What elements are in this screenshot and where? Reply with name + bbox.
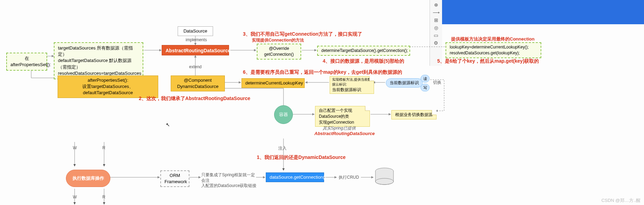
edge-label-implements: implements xyxy=(186,37,207,42)
text: 实现模板方法,提供当前数据云标识: xyxy=(332,77,372,87)
tool-icon[interactable]: ◎ xyxy=(434,25,438,30)
text: 实现getConnection xyxy=(319,119,366,125)
text: resolvedDataSources.get(lookupKey); xyxy=(450,50,537,56)
text: 执行数据库操作 xyxy=(73,175,104,181)
tool-icon[interactable]: ⊞ xyxy=(434,17,438,23)
side-panel xyxy=(442,0,644,24)
red-note-3a: 3、我们不用自己写getConnection方法了，接口实现了 xyxy=(243,31,362,37)
node-right-note: lookupKey=determineCurrentLookupKey(); r… xyxy=(446,42,541,58)
text: DataSource的类 xyxy=(319,114,366,119)
note-spring-l1: 其实Spring已提供 xyxy=(323,125,356,131)
node-lookupkey: determineCurrentLookupKey xyxy=(242,78,305,88)
label-r2: R xyxy=(102,195,105,199)
text: 当前数据源标识 xyxy=(390,80,419,85)
tool-icon[interactable]: ⊕ xyxy=(434,2,438,8)
label-w: W xyxy=(73,145,77,150)
tool-icon[interactable]: ⚙ xyxy=(434,40,438,46)
label-exec-crud: 执行CRUD xyxy=(339,175,359,180)
node-afterprops-label: 在afterPropertiesSet(): xyxy=(6,53,47,71)
node-override: @Override getConnection() xyxy=(257,44,301,60)
text: 容器 xyxy=(279,112,288,118)
watermark: CSDN @郑…方..醒 xyxy=(601,197,641,204)
mouse-cursor-icon: ↖ xyxy=(166,122,170,127)
text: 在afterPropertiesSet(): xyxy=(10,56,51,67)
edge-label-extend: extend xyxy=(189,64,202,69)
note-orm: 只要集成了Spring框架就一定会注 入配置的DataSource获取链接 xyxy=(201,172,257,189)
badge-write: 写 xyxy=(421,84,430,91)
text: determineTargetDataSource().getConnectio… xyxy=(321,48,408,53)
text: 根据业务切换数据源 xyxy=(395,112,433,117)
node-datasource: DataSource xyxy=(178,26,213,36)
label-w2: W xyxy=(73,195,77,199)
text: AbstractRoutingDataSource xyxy=(166,48,230,53)
node-container: 容器 xyxy=(274,105,293,124)
red-note-4: 4、接口的数据源，是用模版(5)那给的 xyxy=(323,58,404,64)
text: 自己配置一个实现 xyxy=(319,108,366,114)
red-note-5: 5、是6给了个key，然后从map.get(key)获取的 xyxy=(437,58,539,64)
node-exec-db: 执行数据库操作 xyxy=(66,170,110,187)
node-getconnection: dataSource.getConnection(); xyxy=(266,172,324,182)
text: @Component xyxy=(175,77,221,83)
canvas-toolbar: ⊕ ⟶ ⊞ ◎ ▭ ⚙ xyxy=(430,0,442,66)
node-switch-ds: 根据业务切换数据源 xyxy=(391,110,437,119)
text: determineCurrentLookupKey xyxy=(245,80,303,86)
label-switch: 切换 xyxy=(433,80,441,86)
label: DataSource xyxy=(184,28,207,34)
db-icon xyxy=(374,168,395,187)
node-yellow-afterprops: afterPropertiesSet(): 设置targetDataSource… xyxy=(58,75,158,98)
node-self-config: 自己配置一个实现 DataSource的类 实现getConnection xyxy=(315,106,370,127)
text: getConnection() xyxy=(261,52,297,57)
node-lookup-note: 实现模板方法,提供当前数据云标识: 当前数据源标识 xyxy=(330,76,374,94)
text: targetDataSources 所有数据源（需指定） xyxy=(58,45,139,57)
text: afterPropertiesSet(): xyxy=(61,77,154,83)
text: 当前数据源标识 xyxy=(332,87,372,93)
red-note-2: 2、这次，我们继承了AbstractRootingDataSource xyxy=(139,96,250,102)
label-inject: 注入 xyxy=(278,145,287,151)
tool-icon[interactable]: ▭ xyxy=(434,33,438,38)
badge-read: 读 xyxy=(421,75,430,82)
badge-current-ds: 当前数据源标识 xyxy=(386,78,423,88)
right-note-title: 提供模板方法决定采用最终的Connection xyxy=(451,36,535,42)
text: DynamicDataSource xyxy=(175,83,221,90)
node-orm: ORM Framework xyxy=(160,170,189,187)
text: ORM xyxy=(164,172,185,179)
text: @Override xyxy=(261,46,297,52)
red-note-3b: 实现提供Connection的方法 xyxy=(252,37,304,43)
note-spring-l2: AbstractRoutingDataSource xyxy=(314,131,375,136)
text: 设置targetDataSources、defaultTargetDataSou… xyxy=(61,83,154,96)
node-props: targetDataSources 所有数据源（需指定） defaultTarg… xyxy=(54,42,143,79)
tool-icon[interactable]: ⟶ xyxy=(433,10,440,15)
text: dataSource.getConnection(); xyxy=(270,175,327,180)
text: lookupKey=determineCurrentLookupKey(); xyxy=(450,44,537,50)
node-abstractrouting: AbstractRoutingDataSource xyxy=(162,45,229,55)
node-component: @Component DynamicDataSource xyxy=(171,75,225,91)
red-note-6: 6、是需要程序员自己重写，返回一个map的key，去get到具体的数据源的 xyxy=(243,69,402,75)
red-note-1: 1、我们返回的还是DynamicDataSource xyxy=(257,154,346,161)
label-r: R xyxy=(102,145,105,150)
text: defaultTargetDataSource 默认数据源（需指定） xyxy=(58,57,139,70)
text: Framework xyxy=(164,179,185,185)
node-determine-conn: determineTargetDataSource().getConnectio… xyxy=(317,46,410,56)
